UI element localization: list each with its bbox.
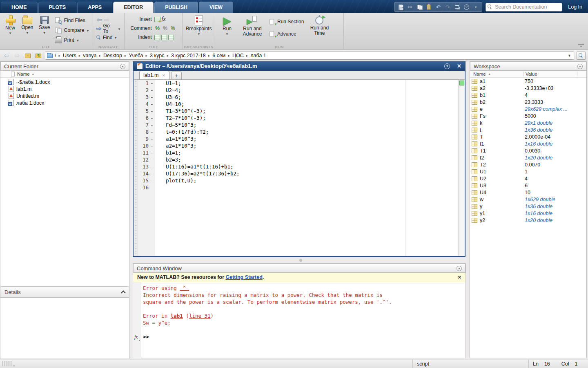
redo-icon[interactable]: ↷ bbox=[445, 4, 450, 10]
file-list-item[interactable]: W~$лаба 1.docx bbox=[0, 79, 129, 85]
command-window-menu-icon[interactable]: ▼ bbox=[457, 266, 462, 271]
login-button[interactable]: Log In bbox=[566, 4, 585, 10]
compare-button[interactable]: Compare▼ bbox=[55, 25, 89, 35]
breadcrumb-segment[interactable]: / bbox=[55, 53, 56, 58]
switch-window-icon[interactable] bbox=[454, 4, 460, 10]
forward-icon[interactable]: ⇨ bbox=[104, 17, 109, 23]
paste-icon[interactable] bbox=[426, 4, 432, 10]
insert-icon[interactable] bbox=[154, 17, 160, 22]
breadcrumb-segment[interactable]: Users bbox=[63, 53, 76, 58]
workspace-variable-row[interactable]: a2-3.3333e+03 bbox=[470, 85, 586, 92]
workspace-variable-row[interactable]: y1x36 double bbox=[470, 203, 586, 210]
indent-right-icon[interactable] bbox=[161, 35, 167, 40]
workspace-variable-row[interactable]: t1x36 double bbox=[470, 126, 586, 133]
editor-body[interactable]: 1-U1=1;2-U2=4;3-U3=6;4-U4=10;5-T1=3*10^(… bbox=[134, 80, 465, 256]
editor-close-icon[interactable]: ✕ bbox=[457, 63, 461, 69]
up-one-level-icon[interactable]: ↑ bbox=[24, 52, 32, 59]
command-window-header[interactable]: Command Window ▼ bbox=[133, 264, 466, 273]
editor-menu-icon[interactable]: ▼ bbox=[444, 63, 450, 69]
current-folder-column-header[interactable]: Name▲ bbox=[0, 71, 129, 78]
tab-editor[interactable]: EDITOR bbox=[113, 2, 154, 13]
goto-button[interactable]: ⇨ Go To▼ bbox=[96, 24, 121, 33]
collapse-ribbon-button[interactable]: ▲ bbox=[578, 44, 584, 48]
workspace-variable-row[interactable]: t11x16 double bbox=[470, 140, 586, 147]
workspace-variable-row[interactable]: U36 bbox=[470, 182, 586, 189]
path-field[interactable]: /▸Users▸vanya▸Desktop▸Учеба▸3 курс▸3 кур… bbox=[45, 52, 574, 60]
workspace-variable-row[interactable]: b223.3333 bbox=[470, 99, 586, 105]
current-folder-menu-icon[interactable]: ▼ bbox=[120, 64, 125, 69]
error-link[interactable]: line 31 bbox=[189, 313, 211, 319]
copy-icon[interactable] bbox=[416, 4, 422, 10]
wrap-comments-icon[interactable]: % bbox=[170, 25, 176, 31]
smart-indent-icon[interactable] bbox=[154, 35, 160, 40]
comment-icon[interactable]: % bbox=[154, 25, 161, 31]
function-hints-icon[interactable]: fx bbox=[134, 334, 138, 340]
status-grip-icon[interactable] bbox=[2, 361, 11, 366]
file-list-item[interactable]: lab1.m bbox=[0, 85, 129, 92]
message-indicator-bar[interactable] bbox=[458, 80, 465, 256]
workspace-variable-row[interactable]: y11x16 double bbox=[470, 210, 586, 217]
save-icon[interactable] bbox=[398, 4, 403, 10]
find-files-button[interactable]: Find Files bbox=[55, 16, 89, 25]
indent-left-icon[interactable] bbox=[168, 35, 174, 40]
history-back-icon[interactable]: ⇦ bbox=[2, 52, 11, 59]
file-list-item[interactable]: Wлаба 1.docx bbox=[0, 99, 129, 106]
code-analyzer-ok-indicator[interactable] bbox=[459, 81, 464, 85]
workspace-variable-row[interactable]: t21x20 double bbox=[470, 154, 586, 161]
breadcrumb-segment[interactable]: Учеба bbox=[129, 53, 143, 58]
workspace-variable-row[interactable]: b14 bbox=[470, 92, 586, 99]
editor-command-splitter[interactable] bbox=[133, 257, 466, 263]
tab-view[interactable]: VIEW bbox=[199, 2, 233, 13]
run-section-button[interactable]: Run Section bbox=[269, 17, 304, 26]
file-list-item[interactable]: Untitled.m bbox=[0, 92, 129, 99]
tab-plots[interactable]: PLOTS bbox=[38, 2, 77, 13]
uncomment-icon[interactable]: % bbox=[162, 25, 169, 31]
code-area[interactable]: 1-U1=1;2-U2=4;3-U3=6;4-U4=10;5-T1=3*10^(… bbox=[138, 80, 458, 256]
error-link[interactable]: ^ bbox=[180, 285, 189, 291]
workspace-variable-row[interactable]: U24 bbox=[470, 175, 586, 182]
workspace-variable-row[interactable]: U410 bbox=[470, 189, 586, 196]
back-icon[interactable]: ⇦ bbox=[96, 17, 102, 23]
editor-grip-strip[interactable] bbox=[134, 80, 138, 256]
file-tab-lab1[interactable]: lab1.m ✕ bbox=[139, 71, 169, 79]
workspace-variable-row[interactable]: k29x1 double bbox=[470, 119, 586, 126]
breakpoints-button[interactable]: Breakpoints▼ bbox=[185, 15, 213, 43]
print-button[interactable]: Print▼ bbox=[55, 35, 89, 45]
workspace-column-header[interactable]: Name▲ Value bbox=[470, 71, 586, 78]
tab-close-icon[interactable]: ✕ bbox=[162, 73, 165, 78]
workspace-variable-row[interactable]: T2.0000e-04 bbox=[470, 133, 586, 140]
workspace-variable-row[interactable]: T20.0070 bbox=[470, 161, 586, 168]
save-button[interactable]: Save▼ bbox=[37, 15, 52, 43]
command-prompt[interactable]: >> bbox=[143, 333, 466, 340]
run-button[interactable]: ▶ Run▼ bbox=[218, 15, 236, 43]
breadcrumb-segment[interactable]: 6 сем bbox=[212, 53, 225, 58]
browse-folder-icon[interactable]: ↻ bbox=[34, 52, 42, 59]
cut-icon[interactable]: ✂ bbox=[407, 4, 413, 10]
search-input[interactable] bbox=[486, 3, 562, 11]
qat-dropdown-caret[interactable]: ▾ bbox=[473, 4, 479, 10]
error-link[interactable]: lab1 bbox=[171, 313, 183, 319]
breadcrumb-segment[interactable]: Desktop bbox=[103, 53, 122, 58]
workspace-menu-icon[interactable]: ▼ bbox=[577, 64, 583, 69]
workspace-variable-row[interactable]: y21x20 double bbox=[470, 217, 586, 224]
breadcrumb-segment[interactable]: 3 курс bbox=[150, 53, 164, 58]
breadcrumb-segment[interactable]: лаба 1 bbox=[250, 53, 266, 58]
run-and-advance-button[interactable]: ▶ Run and Advance bbox=[240, 15, 265, 43]
tab-home[interactable]: HOME bbox=[1, 2, 38, 13]
tab-publish[interactable]: PUBLISH bbox=[154, 2, 198, 13]
run-and-time-button[interactable]: Run and Time bbox=[308, 15, 331, 43]
undo-icon[interactable]: ↶ bbox=[435, 4, 441, 10]
new-tab-button[interactable]: + bbox=[171, 72, 182, 79]
breadcrumb-segment[interactable]: vanya bbox=[83, 53, 96, 58]
advance-button[interactable]: Advance bbox=[269, 29, 304, 38]
breadcrumb-segment[interactable]: ЦОС bbox=[232, 53, 244, 58]
editor-titlebar[interactable]: Editor – /Users/vanya/Desktop/Учеба/lab1… bbox=[134, 61, 465, 71]
find-button[interactable]: Find▼ bbox=[96, 33, 121, 42]
workspace-variable-row[interactable]: w1x629 double bbox=[470, 196, 586, 203]
insert-function-icon[interactable]: fx bbox=[162, 16, 166, 22]
workspace-variable-row[interactable]: e29x629 complex ... bbox=[470, 105, 586, 112]
workspace-variable-row[interactable]: Fs5000 bbox=[470, 112, 586, 119]
workspace-variable-row[interactable]: U11 bbox=[470, 168, 586, 175]
breadcrumb-segment[interactable]: 3 курс 2017-18 bbox=[171, 53, 206, 58]
address-search-button[interactable] bbox=[577, 52, 586, 60]
